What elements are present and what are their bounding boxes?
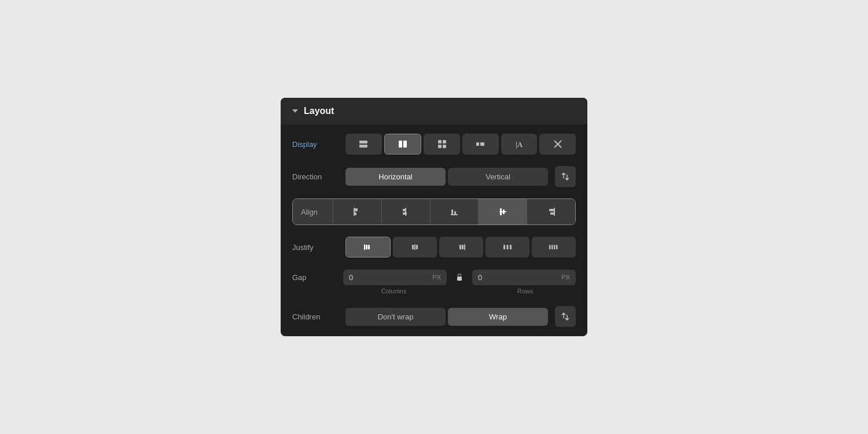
svg-rect-0: [359, 141, 367, 144]
svg-rect-26: [549, 209, 554, 211]
svg-rect-4: [438, 140, 442, 144]
svg-rect-8: [476, 142, 479, 146]
svg-rect-30: [368, 245, 370, 249]
gap-columns-label: Columns: [343, 288, 444, 295]
svg-rect-25: [554, 208, 555, 216]
svg-text:|A: |A: [516, 140, 523, 149]
layout-panel: Layout Display: [281, 98, 587, 336]
svg-rect-7: [443, 145, 446, 148]
svg-rect-20: [451, 209, 453, 214]
gap-columns-input[interactable]: [349, 273, 430, 282]
svg-rect-29: [366, 245, 367, 249]
display-btn-group: |A: [345, 134, 576, 155]
justify-start-btn[interactable]: [345, 237, 391, 258]
children-row: Children Don't wrap Wrap: [292, 306, 576, 327]
justify-center-btn[interactable]: [393, 237, 437, 258]
gap-columns-unit: PX: [432, 274, 441, 281]
gap-rows-unit: PX: [561, 274, 570, 281]
children-swap-btn[interactable]: [555, 306, 576, 327]
panel-body: Display |A: [281, 124, 587, 336]
svg-rect-9: [480, 142, 484, 146]
display-text-btn[interactable]: |A: [501, 134, 538, 155]
direction-group: Horizontal Vertical: [345, 168, 548, 186]
justify-btn-group: [345, 237, 576, 258]
display-label: Display: [292, 140, 339, 149]
svg-rect-21: [454, 211, 456, 214]
align-label: Align: [293, 199, 333, 225]
direction-row: Direction Horizontal Vertical: [292, 166, 576, 187]
display-block-btn[interactable]: [345, 134, 382, 155]
svg-rect-13: [354, 208, 355, 216]
svg-rect-2: [399, 141, 402, 148]
svg-rect-1: [359, 145, 367, 148]
align-center-btn[interactable]: [382, 199, 431, 225]
justify-label: Justify: [292, 243, 339, 252]
panel-header: Layout: [281, 98, 587, 124]
gap-label: Gap: [292, 273, 339, 282]
align-row: Align: [292, 198, 576, 225]
svg-rect-5: [443, 140, 446, 144]
justify-space-between-btn[interactable]: [486, 237, 529, 258]
svg-rect-33: [416, 245, 418, 249]
display-inline-btn[interactable]: [462, 134, 499, 155]
gap-lock-icon[interactable]: [451, 269, 468, 285]
gap-rows-label: Rows: [475, 288, 576, 295]
align-top-left-btn[interactable]: [333, 199, 382, 225]
svg-rect-35: [459, 245, 461, 249]
svg-rect-43: [556, 245, 558, 249]
display-grid-btn[interactable]: [424, 134, 460, 155]
svg-rect-34: [464, 244, 465, 250]
svg-rect-27: [550, 212, 554, 215]
svg-rect-44: [457, 277, 462, 281]
justify-row: Justify: [292, 237, 576, 258]
justify-end-btn[interactable]: [439, 237, 483, 258]
svg-rect-6: [438, 145, 442, 148]
collapse-icon[interactable]: [292, 109, 298, 113]
display-none-btn[interactable]: [539, 134, 576, 155]
svg-rect-24: [503, 209, 505, 214]
children-wrap-btn[interactable]: Wrap: [448, 308, 548, 326]
svg-rect-28: [364, 244, 365, 250]
svg-rect-15: [355, 212, 356, 215]
justify-space-around-btn[interactable]: [532, 237, 576, 258]
children-no-wrap-btn[interactable]: Don't wrap: [345, 308, 446, 326]
display-row: Display |A: [292, 134, 576, 155]
direction-label: Direction: [292, 172, 339, 181]
svg-rect-38: [507, 245, 509, 249]
svg-rect-39: [510, 245, 512, 249]
direction-horizontal-btn[interactable]: Horizontal: [345, 168, 446, 186]
svg-rect-17: [403, 209, 406, 211]
direction-vertical-btn[interactable]: Vertical: [448, 168, 548, 186]
svg-rect-31: [414, 244, 415, 250]
gap-columns-input-wrap: PX: [343, 270, 447, 285]
align-baseline-btn[interactable]: [431, 199, 479, 225]
gap-row: Gap PX PX: [292, 269, 576, 285]
children-btn-group: Don't wrap Wrap: [345, 308, 548, 326]
display-flex-btn[interactable]: [384, 134, 422, 155]
children-label: Children: [292, 312, 339, 321]
svg-rect-14: [355, 208, 358, 211]
svg-rect-23: [500, 208, 502, 215]
svg-rect-3: [403, 141, 407, 148]
svg-rect-32: [412, 245, 414, 249]
svg-rect-41: [551, 245, 553, 249]
gap-rows-input[interactable]: [478, 273, 559, 282]
align-vertical-center-btn[interactable]: [479, 199, 527, 225]
gap-labels-row: Columns Rows: [292, 288, 576, 295]
svg-rect-18: [403, 212, 407, 215]
panel-title: Layout: [304, 106, 334, 116]
gap-rows-input-wrap: PX: [472, 270, 576, 285]
svg-rect-40: [549, 245, 551, 249]
svg-rect-19: [451, 214, 458, 215]
direction-swap-btn[interactable]: [555, 166, 576, 187]
align-btn-group: Align: [292, 198, 576, 225]
svg-rect-37: [503, 245, 505, 249]
svg-rect-42: [554, 245, 556, 249]
svg-rect-36: [462, 245, 464, 249]
align-right-btn[interactable]: [527, 199, 575, 225]
gap-section: Gap PX PX Columns Rows: [292, 269, 576, 295]
